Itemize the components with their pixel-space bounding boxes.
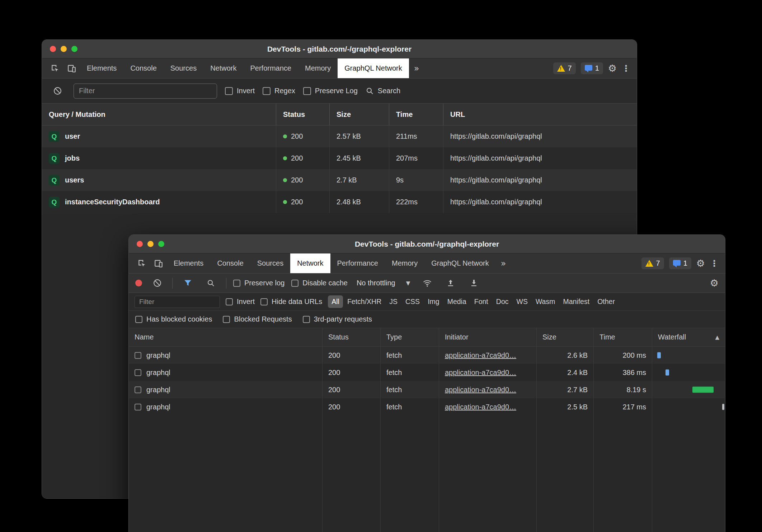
- row-checkbox[interactable]: [135, 386, 141, 393]
- column-header-url[interactable]: URL: [443, 104, 637, 125]
- filter-pill-fetch-xhr[interactable]: Fetch/XHR: [344, 295, 385, 308]
- tab-console[interactable]: Console: [210, 253, 250, 273]
- throttling-dropdown[interactable]: No throttling ▼: [354, 279, 412, 287]
- inspect-element-icon[interactable]: [134, 253, 150, 273]
- preserve-log-checkbox[interactable]: Preserve log: [233, 279, 284, 287]
- query-row-instance-security-dashboard[interactable]: Q instanceSecurityDashboard 200 2.48 kB …: [42, 191, 637, 213]
- invert-checkbox[interactable]: Invert: [225, 87, 255, 95]
- column-header-status[interactable]: Status: [276, 104, 330, 125]
- search-icon[interactable]: [203, 279, 219, 288]
- third-party-requests-checkbox[interactable]: 3rd-party requests: [303, 315, 372, 323]
- device-toolbar-icon[interactable]: [150, 253, 167, 273]
- tab-network[interactable]: Network: [203, 58, 243, 78]
- filter-input[interactable]: [74, 84, 217, 99]
- filter-pill-js[interactable]: JS: [386, 295, 401, 308]
- filter-funnel-icon[interactable]: [179, 279, 196, 288]
- tab-console[interactable]: Console: [123, 58, 163, 78]
- row-checkbox[interactable]: [135, 404, 141, 410]
- regex-checkbox[interactable]: Regex: [263, 87, 295, 95]
- export-har-icon[interactable]: [466, 279, 482, 288]
- column-header-size[interactable]: Size: [330, 104, 389, 125]
- initiator-link[interactable]: application-a7ca9d0…: [445, 351, 516, 360]
- filter-pill-media[interactable]: Media: [444, 295, 470, 308]
- close-window-button[interactable]: [137, 241, 143, 247]
- tab-performance[interactable]: Performance: [244, 58, 298, 78]
- tab-memory[interactable]: Memory: [385, 253, 424, 273]
- network-conditions-icon[interactable]: [419, 279, 436, 288]
- filter-pill-img[interactable]: Img: [424, 295, 443, 308]
- warnings-badge[interactable]: 7: [641, 257, 664, 269]
- request-row[interactable]: graphql 200 fetch application-a7ca9d0… 2…: [129, 364, 725, 381]
- issues-badge[interactable]: 1: [581, 62, 603, 74]
- request-row[interactable]: graphql 200 fetch application-a7ca9d0… 2…: [129, 347, 725, 364]
- issues-badge[interactable]: 1: [669, 257, 691, 269]
- row-checkbox[interactable]: [135, 369, 141, 376]
- filter-pill-doc[interactable]: Doc: [493, 295, 512, 308]
- filter-pill-wasm[interactable]: Wasm: [532, 295, 559, 308]
- clear-icon[interactable]: [149, 279, 165, 288]
- filter-input[interactable]: [135, 296, 220, 308]
- column-header-status[interactable]: Status: [323, 328, 381, 346]
- hide-data-urls-checkbox[interactable]: Hide data URLs: [260, 298, 322, 306]
- column-header-size[interactable]: Size: [537, 328, 594, 346]
- initiator-link[interactable]: application-a7ca9d0…: [445, 369, 516, 377]
- initiator-link[interactable]: application-a7ca9d0…: [445, 386, 516, 394]
- column-header-time[interactable]: Time: [389, 104, 443, 125]
- window-titlebar[interactable]: DevTools - gitlab.com/-/graphql-explorer: [42, 40, 637, 58]
- window-titlebar[interactable]: DevTools - gitlab.com/-/graphql-explorer: [129, 235, 725, 253]
- warnings-badge[interactable]: 7: [553, 62, 576, 74]
- clear-icon[interactable]: [49, 86, 66, 95]
- tab-sources[interactable]: Sources: [250, 253, 290, 273]
- record-network-log-button[interactable]: [135, 280, 142, 286]
- filter-pill-css[interactable]: CSS: [402, 295, 423, 308]
- tab-sources[interactable]: Sources: [164, 58, 203, 78]
- network-table-body: graphql 200 fetch application-a7ca9d0… 2…: [129, 347, 725, 415]
- minimize-window-button[interactable]: [61, 46, 67, 52]
- tab-graphql-network[interactable]: GraphQL Network: [338, 58, 409, 78]
- query-row-user[interactable]: Q user 200 2.57 kB 211ms https://gitlab.…: [42, 125, 637, 147]
- column-header-query-mutation[interactable]: Query / Mutation: [42, 104, 276, 125]
- minimize-window-button[interactable]: [147, 241, 154, 247]
- query-row-users[interactable]: Q users 200 2.7 kB 9s https://gitlab.com…: [42, 169, 637, 191]
- kebab-menu-icon[interactable]: ⋮: [622, 63, 630, 73]
- has-blocked-cookies-checkbox[interactable]: Has blocked cookies: [135, 315, 212, 323]
- filter-pill-ws[interactable]: WS: [513, 295, 531, 308]
- filter-pill-font[interactable]: Font: [471, 295, 492, 308]
- filter-pill-other[interactable]: Other: [594, 295, 618, 308]
- blocked-requests-checkbox[interactable]: Blocked Requests: [223, 315, 292, 323]
- import-har-icon[interactable]: [442, 279, 459, 288]
- invert-checkbox[interactable]: Invert: [226, 298, 255, 306]
- row-checkbox[interactable]: [135, 352, 141, 359]
- tab-elements[interactable]: Elements: [80, 58, 123, 78]
- settings-gear-icon[interactable]: ⚙: [608, 63, 617, 74]
- column-header-initiator[interactable]: Initiator: [439, 328, 537, 346]
- column-header-type[interactable]: Type: [381, 328, 439, 346]
- column-header-name[interactable]: Name: [129, 328, 323, 346]
- search-control[interactable]: Search: [366, 87, 400, 95]
- query-row-jobs[interactable]: Q jobs 200 2.45 kB 207ms https://gitlab.…: [42, 147, 637, 169]
- request-row[interactable]: graphql 200 fetch application-a7ca9d0… 2…: [129, 381, 725, 398]
- device-toolbar-icon[interactable]: [64, 58, 80, 78]
- tab-performance[interactable]: Performance: [330, 253, 385, 273]
- kebab-menu-icon[interactable]: ⋮: [710, 258, 719, 269]
- initiator-link[interactable]: application-a7ca9d0…: [445, 403, 516, 411]
- close-window-button[interactable]: [50, 46, 56, 52]
- filter-pill-all[interactable]: All: [328, 295, 343, 308]
- settings-gear-icon[interactable]: ⚙: [696, 258, 705, 269]
- zoom-window-button[interactable]: [158, 241, 164, 247]
- more-tabs-icon[interactable]: »: [496, 253, 511, 273]
- tab-network[interactable]: Network: [290, 253, 330, 273]
- inspect-element-icon[interactable]: [47, 58, 64, 78]
- more-tabs-icon[interactable]: »: [409, 58, 424, 78]
- tab-memory[interactable]: Memory: [298, 58, 338, 78]
- zoom-window-button[interactable]: [71, 46, 77, 52]
- preserve-log-checkbox[interactable]: Preserve Log: [303, 87, 358, 95]
- column-header-time[interactable]: Time: [594, 328, 652, 346]
- request-row[interactable]: graphql 200 fetch application-a7ca9d0… 2…: [129, 398, 725, 415]
- disable-cache-checkbox[interactable]: Disable cache: [291, 279, 348, 287]
- tab-graphql-network[interactable]: GraphQL Network: [424, 253, 495, 273]
- filter-pill-manifest[interactable]: Manifest: [559, 295, 593, 308]
- column-header-waterfall[interactable]: Waterfall ▲: [652, 328, 725, 346]
- tab-elements[interactable]: Elements: [167, 253, 210, 273]
- network-settings-gear-icon[interactable]: ⚙: [710, 277, 719, 289]
